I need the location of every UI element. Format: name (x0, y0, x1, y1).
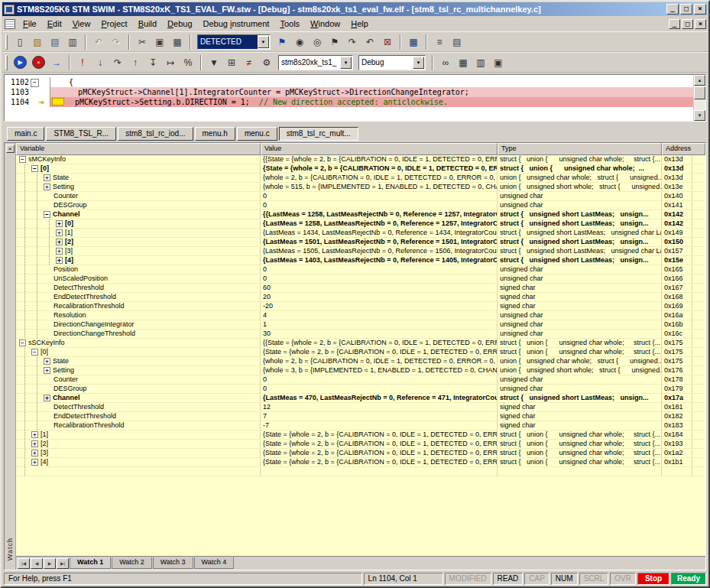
watch-row[interactable]: DESGroup0unsigned char0x179 (16, 385, 705, 394)
watch-row[interactable]: +[1]{State = {whole = 2, b = {CALIBRATIO… (16, 430, 705, 440)
find-in-files-icon[interactable]: ◉ (291, 34, 308, 50)
watch-row[interactable]: +[4]{LastMeas = 1403, LastMeasRejectNb =… (16, 256, 705, 265)
watch-row[interactable]: DirectionChangeThreshold30unsigned char0… (16, 330, 705, 339)
expander-expand-icon[interactable]: + (31, 440, 38, 447)
editor-scrollbar[interactable]: ▲ ▼ (693, 75, 705, 121)
watch-row[interactable]: −sSCKeyInfo{{State = {whole = 2, b = {CA… (16, 339, 705, 348)
code-line[interactable]: 1104⇒ pMCKeyStruct->Setting.b.DIRECTION … (5, 97, 693, 107)
build-icon[interactable]: ⊞ (223, 54, 240, 70)
menu-file[interactable]: File (18, 18, 42, 30)
open-file-icon[interactable]: ▨ (29, 34, 46, 50)
expander-expand-icon[interactable]: + (31, 431, 38, 438)
scroll-down-icon[interactable]: ▼ (694, 110, 705, 121)
menu-view[interactable]: View (67, 18, 96, 30)
watch-row[interactable]: −[0]{State = {whole = 2, b = {CALIBRATIO… (16, 164, 705, 174)
minimize-button[interactable]: _ (666, 4, 679, 15)
expander-expand-icon[interactable]: + (44, 395, 50, 401)
memory-window-icon[interactable]: ▦ (455, 54, 472, 70)
cut-icon[interactable]: ✂ (134, 34, 151, 50)
add-watch-icon[interactable]: ⚑ (274, 34, 290, 50)
watch-row[interactable]: Position0unsigned char0x165 (16, 265, 705, 275)
compile-icon[interactable]: ▼ (206, 54, 222, 70)
code-line[interactable]: 1102 { (5, 77, 693, 87)
file-tab-stm8-tsl-r[interactable]: STM8_TSL_R... (46, 127, 116, 141)
watch-row[interactable]: +State{whole = 2, b = {CALIBRATION = 0, … (16, 357, 705, 366)
code-editor[interactable]: 1102 {1103 pMCKeyStruct->Channel[1].Inte… (4, 74, 706, 122)
run-icon[interactable]: ! (74, 54, 91, 70)
mdi-minimize-button[interactable]: _ (669, 19, 680, 29)
registers-window-icon[interactable]: ▥ (472, 54, 489, 70)
run-to-cursor-icon[interactable]: ↦ (162, 54, 179, 70)
undo-icon[interactable]: ↶ (90, 34, 107, 50)
watch-row[interactable]: +Setting{whole = 515, b = {IMPLEMENTED =… (16, 183, 705, 192)
dropdown-arrow-icon[interactable]: ▼ (413, 57, 424, 69)
expander-collapse-icon[interactable]: − (19, 339, 26, 346)
start-debugging-icon[interactable]: ▶ (14, 56, 27, 69)
paste-icon[interactable]: ▦ (169, 34, 186, 50)
mdi-restore-button[interactable]: □ (682, 19, 693, 29)
editor-lines[interactable]: 1102 {1103 pMCKeyStruct->Channel[1].Inte… (5, 75, 693, 121)
watch-row[interactable]: RecalibrationThreshold-20signed char0x16… (16, 302, 705, 311)
swim-window-icon[interactable]: ▣ (490, 54, 507, 70)
expander-collapse-icon[interactable]: − (31, 349, 38, 356)
watch-tab-watch-2[interactable]: Watch 2 (112, 557, 152, 569)
watch-row[interactable]: +Channel{LastMeas = 470, LastMeasRejectN… (16, 394, 705, 403)
step-out-icon[interactable]: ↑ (127, 54, 144, 70)
project-settings-icon[interactable]: ⚙ (258, 54, 275, 70)
source-file-icon[interactable] (5, 19, 15, 29)
file-tab-main-c[interactable]: main.c (7, 127, 44, 141)
file-tab-menu-h[interactable]: menu.h (195, 127, 235, 141)
stop-debugging-icon[interactable]: × (32, 56, 45, 69)
step-into-asm-icon[interactable]: ↧ (144, 54, 161, 70)
save-icon[interactable]: ▤ (47, 34, 63, 50)
expander-expand-icon[interactable]: + (31, 450, 38, 456)
watch-nav-next-icon[interactable]: ▶ (44, 558, 56, 569)
watch-row[interactable]: +[2]{State = {whole = 2, b = {CALIBRATIO… (16, 440, 705, 449)
instruction-step-icon[interactable]: % (180, 54, 196, 70)
configuration-combo[interactable]: Debug▼ (358, 55, 426, 70)
expander-expand-icon[interactable]: + (56, 248, 63, 255)
column-header-type[interactable]: Type (498, 143, 662, 155)
step-into-icon[interactable]: ↓ (92, 54, 109, 70)
toolbar-grip[interactable] (5, 34, 8, 50)
watch-row[interactable]: +[1]{LastMeas = 1434, LastMeasRejectNb =… (16, 229, 705, 238)
scrollbar-thumb[interactable] (694, 86, 705, 99)
watch-row[interactable]: Resolution4unsigned char0x16a (16, 311, 705, 320)
watch-row[interactable]: −[0]{State = {whole = 2, b = {CALIBRATIO… (16, 348, 705, 357)
watch-row[interactable] (16, 467, 705, 476)
watch-row[interactable]: RecalibrationThreshold-7signed char0x183 (16, 421, 705, 430)
watch-tab-watch-4[interactable]: Watch 4 (194, 557, 235, 569)
toolbar-grip[interactable] (5, 55, 8, 70)
expander-expand-icon[interactable]: + (44, 184, 50, 190)
scroll-up-icon[interactable]: ▲ (694, 75, 705, 86)
copy-icon[interactable]: ▣ (151, 34, 168, 50)
expander-collapse-icon[interactable]: − (31, 165, 38, 172)
watch-row[interactable]: DetectThreshold60signed char0x167 (16, 284, 705, 293)
next-bookmark-icon[interactable]: ↷ (344, 34, 361, 50)
expander-expand-icon[interactable]: + (44, 358, 50, 365)
watch-row[interactable]: DirectionChangeIntegrator1unsigned char0… (16, 320, 705, 330)
watch-row[interactable]: Counter0unsigned char0x140 (16, 192, 705, 201)
documentation-icon[interactable]: ≡ (431, 34, 448, 50)
menu-project[interactable]: Project (96, 18, 132, 30)
watch-nav-first-icon[interactable]: |◀ (18, 558, 30, 569)
close-button[interactable]: × (694, 4, 706, 15)
column-header-value[interactable]: Value (261, 143, 498, 155)
expander-expand-icon[interactable]: + (56, 239, 63, 245)
mdi-close-button[interactable]: × (695, 19, 706, 29)
step-over-icon[interactable]: ↷ (109, 54, 126, 70)
fold-collapse-icon[interactable] (29, 77, 39, 87)
watch-tab-watch-3[interactable]: Watch 3 (153, 557, 193, 569)
watch-row[interactable]: +[2]{LastMeas = 1501, LastMeasRejectNb =… (16, 238, 705, 247)
watch-row[interactable]: DetectThreshold12signed char0x181 (16, 403, 705, 412)
menu-edit[interactable]: Edit (42, 18, 67, 30)
column-header-variable[interactable]: Variable (16, 143, 261, 155)
watch-nav-last-icon[interactable]: ▶| (57, 558, 69, 569)
code-line[interactable]: 1103 pMCKeyStruct->Channel[1].Integrator… (5, 87, 693, 97)
watch-row[interactable]: +[3]{LastMeas = 1505, LastMeasRejectNb =… (16, 247, 705, 256)
menu-build[interactable]: Build (133, 18, 162, 30)
watch-row[interactable]: +Setting{whole = 3, b = {IMPLEMENTED = 1… (16, 366, 705, 375)
expander-expand-icon[interactable]: + (56, 229, 63, 236)
dropdown-arrow-icon[interactable]: ▼ (258, 36, 269, 48)
watch-row[interactable]: −sMCKeyInfo{{State = {whole = 2, b = {CA… (16, 155, 705, 164)
